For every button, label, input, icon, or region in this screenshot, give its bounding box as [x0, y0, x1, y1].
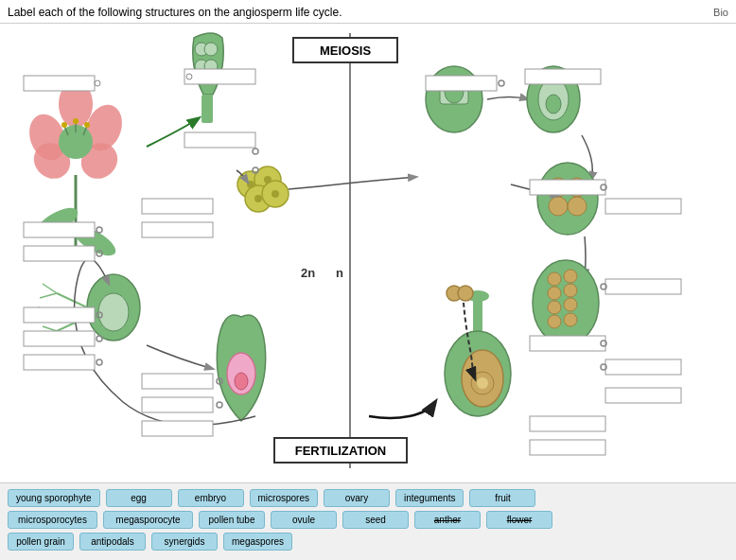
svg-point-107 [96, 359, 102, 365]
answer-bank: young sporophyteeggembryomicrosporesovar… [0, 482, 736, 560]
svg-rect-98 [530, 440, 605, 455]
svg-line-37 [57, 293, 87, 307]
bank-item-embryo[interactable]: embryo [178, 489, 244, 507]
svg-rect-94 [530, 336, 605, 351]
bank-item-pollen_grain[interactable]: pollen grain [8, 533, 74, 551]
svg-text:2n: 2n [301, 266, 315, 280]
svg-rect-86 [605, 199, 681, 214]
svg-point-53 [546, 95, 561, 114]
instruction-text: Label each of the following structures o… [8, 6, 342, 19]
bank-row-2: pollen grainantipodalssynergidsmegaspore… [8, 533, 728, 551]
svg-rect-80 [525, 69, 601, 84]
bank-item-fruit[interactable]: fruit [469, 489, 535, 507]
svg-rect-91 [142, 374, 213, 389]
svg-point-109 [217, 402, 222, 408]
svg-point-47 [235, 373, 248, 390]
svg-point-65 [564, 298, 577, 311]
bank-item-megaspores[interactable]: megaspores [223, 533, 292, 551]
svg-line-41 [40, 293, 57, 298]
svg-point-54 [537, 163, 598, 235]
svg-rect-22 [202, 95, 213, 123]
bank-row-1: microsporocytesmegasporocytepollen tubeo… [8, 511, 728, 529]
svg-rect-96 [605, 388, 681, 403]
svg-rect-79 [426, 76, 497, 91]
bank-item-ovule[interactable]: ovule [271, 511, 337, 529]
svg-point-99 [95, 80, 100, 86]
svg-point-64 [548, 301, 561, 314]
svg-rect-81 [24, 222, 95, 237]
bank-item-young_sporophyte[interactable]: young sporophyte [8, 489, 100, 507]
svg-point-67 [564, 313, 577, 326]
svg-point-103 [96, 227, 102, 233]
diagram-svg: MEIOSIS FERTILIZATION 2n n [0, 24, 736, 487]
svg-text:FERTILIZATION: FERTILIZATION [295, 444, 387, 458]
bank-item-pollen_tube[interactable]: pollen tube [199, 511, 265, 529]
svg-rect-89 [24, 331, 95, 346]
svg-point-58 [568, 197, 587, 216]
svg-line-44 [43, 326, 57, 331]
svg-point-21 [84, 122, 90, 128]
svg-point-17 [61, 122, 67, 128]
svg-point-57 [549, 197, 568, 216]
svg-rect-87 [605, 279, 681, 294]
bank-item-ovary[interactable]: ovary [324, 489, 390, 507]
diagram-area: MEIOSIS FERTILIZATION 2n n [0, 24, 736, 487]
bank-item-antipodals[interactable]: antipodals [79, 533, 146, 551]
svg-point-61 [564, 270, 577, 283]
svg-point-36 [98, 293, 129, 331]
svg-line-40 [43, 284, 57, 293]
svg-point-60 [548, 272, 561, 286]
svg-point-32 [264, 176, 272, 184]
svg-point-63 [564, 284, 577, 297]
svg-text:n: n [336, 266, 343, 280]
svg-rect-68 [473, 298, 482, 336]
svg-point-34 [272, 190, 279, 198]
svg-rect-77 [184, 69, 255, 84]
svg-rect-76 [24, 76, 95, 91]
svg-point-66 [548, 315, 561, 328]
svg-rect-78 [184, 132, 255, 148]
header: Label each of the following structures o… [0, 0, 736, 24]
svg-point-33 [254, 195, 262, 202]
svg-rect-97 [530, 416, 605, 431]
bank-item-seed[interactable]: seed [342, 511, 409, 529]
svg-point-26 [204, 43, 218, 56]
svg-point-101 [253, 149, 258, 154]
svg-rect-82 [24, 246, 95, 261]
svg-rect-93 [142, 421, 213, 436]
bank-item-microsporocytes[interactable]: microsporocytes [8, 511, 97, 529]
bank-item-anther[interactable]: anther [414, 511, 481, 529]
bio-label: Bio [713, 7, 728, 18]
bank-item-microspores[interactable]: microspores [250, 489, 318, 507]
svg-rect-85 [530, 180, 605, 195]
svg-rect-90 [24, 355, 95, 370]
bank-item-megasporocyte[interactable]: megasporocyte [103, 511, 193, 529]
svg-rect-92 [142, 397, 213, 412]
bank-row-0: young sporophyteeggembryomicrosporesovar… [8, 489, 728, 507]
bank-item-synergids[interactable]: synergids [151, 533, 218, 551]
svg-point-110 [499, 80, 504, 86]
svg-rect-83 [142, 199, 213, 214]
svg-rect-84 [142, 222, 213, 237]
svg-point-62 [548, 287, 561, 300]
bank-item-flower[interactable]: flower [486, 511, 552, 529]
svg-point-19 [73, 118, 79, 124]
svg-text:MEIOSIS: MEIOSIS [320, 44, 372, 58]
svg-point-106 [96, 336, 102, 341]
svg-point-73 [477, 377, 488, 389]
bank-item-egg[interactable]: egg [106, 489, 172, 507]
bank-item-integuments[interactable]: integuments [395, 489, 464, 507]
svg-rect-95 [605, 359, 681, 375]
svg-rect-88 [24, 307, 95, 323]
svg-point-75 [458, 286, 473, 301]
